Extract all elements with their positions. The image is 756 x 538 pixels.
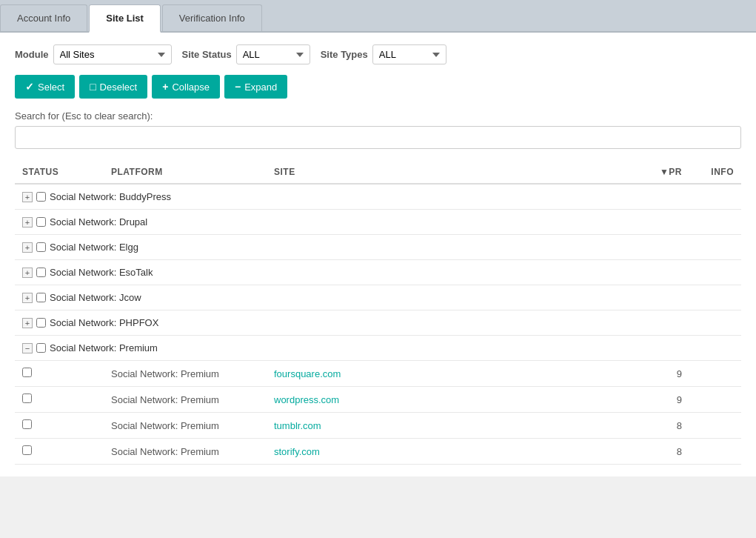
module-filter-group: Module All Sites [15, 44, 172, 64]
group-cell-esotalk: +Social Network: EsoTalk [15, 260, 741, 285]
row-platform-cell: Social Network: Premium [104, 387, 267, 413]
collapse-icon-premium[interactable]: − [22, 343, 33, 353]
filter-bar: Module All Sites Site Status ALLActiveIn… [15, 44, 741, 64]
table-row: Social Network: Premiumwordpress.com9 [15, 387, 741, 413]
row-status-cell [15, 439, 104, 465]
minus-icon: − [235, 81, 241, 93]
row-pr-cell: 9 [630, 361, 689, 387]
row-platform-cell: Social Network: Premium [104, 439, 267, 465]
tab-account-info[interactable]: Account Info [0, 4, 87, 31]
site-table: STATUS PLATFORM SITE ▼PR INFO +Social Ne… [15, 161, 741, 465]
expand-icon-buddypress[interactable]: + [22, 192, 33, 202]
group-label-phpfox: Social Network: PHPFOX [50, 317, 158, 328]
select-button[interactable]: ✓ Select [15, 75, 75, 99]
row-pr-cell: 8 [630, 439, 689, 465]
site-link[interactable]: foursquare.com [274, 368, 341, 379]
search-section: Search for (Esc to clear search): [15, 110, 741, 161]
row-site-cell: foursquare.com [267, 361, 630, 387]
group-row-esotalk: +Social Network: EsoTalk [15, 260, 741, 285]
site-status-select[interactable]: ALLActiveInactive [236, 44, 310, 64]
tab-site-list[interactable]: Site List [89, 4, 161, 33]
site-types-label: Site Types [321, 49, 368, 60]
row-status-cell [15, 387, 104, 413]
table-body: +Social Network: BuddyPress+Social Netwo… [15, 184, 741, 465]
site-link[interactable]: tumblr.com [274, 420, 321, 431]
group-row-phpfox: +Social Network: PHPFOX [15, 310, 741, 336]
table-row: Social Network: Premiumfoursquare.com9 [15, 361, 741, 387]
group-cell-phpfox: +Social Network: PHPFOX [15, 310, 741, 336]
row-checkbox-premium-3[interactable] [22, 445, 32, 455]
action-buttons: ✓ Select □ Deselect + Collapse − Expand [15, 75, 741, 99]
deselect-label: Deselect [100, 82, 138, 93]
expand-icon-esotalk[interactable]: + [22, 268, 33, 278]
row-site-cell: tumblr.com [267, 413, 630, 439]
group-cell-elgg: +Social Network: Elgg [15, 235, 741, 260]
group-checkbox-drupal[interactable] [36, 217, 46, 227]
expand-button[interactable]: − Expand [224, 75, 287, 99]
search-label: Search for (Esc to clear search): [15, 110, 741, 122]
site-link[interactable]: wordpress.com [274, 394, 339, 405]
row-info-cell [689, 387, 741, 413]
row-pr-cell: 8 [630, 413, 689, 439]
expand-icon-drupal[interactable]: + [22, 217, 33, 228]
plus-icon: + [162, 81, 168, 93]
group-checkbox-premium[interactable] [36, 343, 46, 353]
site-types-select[interactable]: ALLFreePremium [372, 44, 446, 64]
row-pr-cell: 9 [630, 387, 689, 413]
row-info-cell [689, 413, 741, 439]
site-status-label: Site Status [182, 49, 232, 60]
row-checkbox-premium-1[interactable] [22, 393, 32, 403]
deselect-button[interactable]: □ Deselect [79, 75, 147, 99]
group-checkbox-jcow[interactable] [36, 293, 46, 302]
select-label: Select [38, 82, 64, 93]
group-label-buddypress: Social Network: BuddyPress [50, 191, 171, 202]
row-status-cell [15, 361, 104, 387]
group-row-elgg: +Social Network: Elgg [15, 235, 741, 260]
table-header: STATUS PLATFORM SITE ▼PR INFO [15, 161, 741, 184]
site-status-filter-group: Site Status ALLActiveInactive [182, 44, 310, 64]
group-label-esotalk: Social Network: EsoTalk [50, 267, 153, 278]
group-checkbox-elgg[interactable] [36, 242, 46, 252]
group-cell-buddypress: +Social Network: BuddyPress [15, 184, 741, 210]
expand-icon-elgg[interactable]: + [22, 242, 33, 253]
group-row-jcow: +Social Network: Jcow [15, 285, 741, 310]
row-platform-cell: Social Network: Premium [104, 361, 267, 387]
row-info-cell [689, 439, 741, 465]
group-row-drupal: +Social Network: Drupal [15, 210, 741, 235]
group-row-buddypress: +Social Network: BuddyPress [15, 184, 741, 210]
row-checkbox-premium-0[interactable] [22, 368, 32, 377]
group-label-premium: Social Network: Premium [50, 342, 158, 353]
group-checkbox-esotalk[interactable] [36, 268, 46, 277]
expand-icon-jcow[interactable]: + [22, 293, 33, 303]
tab-verification-info[interactable]: Verification Info [162, 4, 262, 31]
group-cell-drupal: +Social Network: Drupal [15, 210, 741, 235]
group-row-premium: −Social Network: Premium [15, 336, 741, 361]
col-info: INFO [689, 161, 741, 184]
table-row: Social Network: Premiumstorify.com8 [15, 439, 741, 465]
group-cell-premium: −Social Network: Premium [15, 336, 741, 361]
square-icon: □ [90, 81, 96, 93]
tabs-bar: Account InfoSite ListVerification Info [0, 0, 756, 33]
site-types-filter-group: Site Types ALLFreePremium [321, 44, 446, 64]
group-checkbox-phpfox[interactable] [36, 318, 46, 328]
site-link[interactable]: storify.com [274, 446, 320, 457]
col-pr: ▼PR [630, 161, 689, 184]
module-label: Module [15, 49, 49, 60]
row-checkbox-premium-2[interactable] [22, 419, 32, 429]
expand-label: Expand [244, 82, 277, 93]
expand-icon-phpfox[interactable]: + [22, 318, 33, 328]
collapse-button[interactable]: + Collapse [152, 75, 220, 99]
group-cell-jcow: +Social Network: Jcow [15, 285, 741, 310]
row-info-cell [689, 361, 741, 387]
row-site-cell: wordpress.com [267, 387, 630, 413]
check-icon: ✓ [25, 81, 34, 93]
col-site: SITE [267, 161, 630, 184]
group-label-jcow: Social Network: Jcow [50, 292, 141, 303]
header-row: STATUS PLATFORM SITE ▼PR INFO [15, 161, 741, 184]
col-status: STATUS [15, 161, 104, 184]
group-label-drupal: Social Network: Drupal [50, 216, 147, 228]
group-checkbox-buddypress[interactable] [36, 192, 46, 202]
col-platform: PLATFORM [104, 161, 267, 184]
module-select[interactable]: All Sites [53, 44, 172, 64]
search-input[interactable] [15, 126, 741, 149]
